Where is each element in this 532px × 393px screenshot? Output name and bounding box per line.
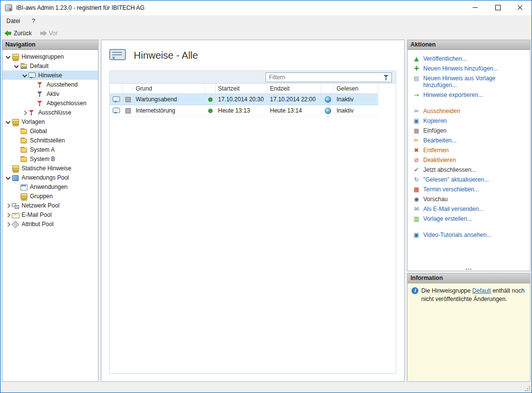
tree-item-hinweise[interactable]: Hinweise [2,70,98,80]
paste-icon: ▦ [412,127,420,134]
forward-button-label: Vor [49,30,58,37]
tree-item-schnittstellen[interactable]: Schnittstellen [2,136,98,145]
tree-item-gruppen[interactable]: Gruppen [2,191,98,201]
export-icon: → [412,92,420,98]
hinweise-listview: Grund Startzeit Endzeit Gelesen Wartungs… [109,70,396,374]
action-kopieren[interactable]: ▣Kopieren [409,116,530,126]
action-gelesen-aktualisieren[interactable]: ↻"Gelesen" aktualisieren... [409,175,530,185]
column-status[interactable] [205,84,216,93]
hinweis-bubble-icon [113,96,120,103]
group-folder-icon [20,63,27,69]
chevron-down-icon[interactable] [4,118,12,125]
tree-item-system-b[interactable]: System B [2,154,98,163]
action-label: Neuen Hinweis hinzufügen... [423,65,498,72]
layers-icon [12,165,19,172]
action-hinweise-exportieren[interactable]: →Hinweise exportieren... [409,90,530,100]
actions-more-indicator[interactable]: ... [408,265,530,270]
column-gelesen[interactable]: Gelesen [334,84,378,93]
action-ausschneiden[interactable]: ✂Ausschneiden [409,106,530,116]
expander-spacer [29,90,37,97]
column-state-icon[interactable] [122,84,133,93]
action-entfernen[interactable]: ✖Entfernen [409,145,530,155]
action-video-tutorials-ansehen[interactable]: ▣Video-Tutorials ansehen... [409,230,530,240]
column-endzeit[interactable]: Endzeit [267,84,321,93]
tree-item-vorlagen[interactable]: Vorlagen [2,117,98,126]
complete-now-icon: ✔ [412,166,420,173]
action-label: Ausschneiden [423,108,460,115]
action-label: Entfernen [423,147,449,154]
chevron-right-icon[interactable] [4,220,12,228]
navigation-header: Navigation [2,40,98,50]
tree-item-ausschlüsse[interactable]: Ausschlüsse [2,108,98,117]
add-hinweis-icon: ✚ [412,65,420,72]
action-neuen-hinweis-hinzufügen[interactable]: ✚Neuen Hinweis hinzufügen... [409,64,530,73]
window-controls [464,0,532,15]
action-deaktivieren[interactable]: ⊘Deaktivieren [409,155,530,165]
tree-item-e-mail-pool[interactable]: E-Mail Pool [2,210,98,219]
action-jetzt-abschliessen[interactable]: ✔Jetzt abschliessen... [409,165,530,175]
tree-item-label: Ausstehend [46,81,77,88]
filter-funnel-icon[interactable] [382,73,391,81]
chevron-right-icon[interactable] [21,109,28,116]
chevron-right-icon[interactable] [4,202,12,209]
deactivate-icon: ⊘ [412,157,420,163]
chevron-down-icon[interactable] [13,62,20,69]
chevron-right-icon[interactable] [4,211,12,218]
tree-item-statische-hinweise[interactable]: Statische Hinweise [2,163,98,173]
default-group-link[interactable]: Default [472,287,491,294]
maximize-button[interactable] [486,0,509,15]
tree-item-label: System B [29,156,55,162]
chevron-down-icon[interactable] [4,53,12,60]
back-button-label: Zurück [14,30,32,37]
close-button[interactable] [509,0,532,15]
cell-gelesen: Inaktiv [334,94,378,105]
chevron-down-icon[interactable] [4,174,12,181]
resize-grip[interactable] [524,385,531,392]
back-button[interactable]: Zurück [4,30,32,37]
expander-spacer [13,192,20,200]
tree-item-netzwerk-pool[interactable]: Netzwerk Pool [2,201,98,210]
filter-input[interactable] [266,74,382,81]
action-vorlage-erstellen[interactable]: ▥Vorlage erstellen... [409,214,530,224]
tree-item-anwendungen[interactable]: Anwendungen [2,182,98,191]
tree-item-aktiv[interactable]: Aktiv [2,89,98,98]
app-icon [5,4,12,11]
tree-item-anwendungs-pool[interactable]: Anwendungs Pool [2,173,98,182]
expander-spacer [13,146,20,153]
chevron-down-icon[interactable] [21,71,28,79]
action-neuen-hinweis-aus-vorlage-hinzufügen[interactable]: ▤Neuen Hinweis aus Vorlage hinzufügen... [409,73,530,90]
tree-item-label: Gruppen [29,193,53,200]
tree-item-system-a[interactable]: System A [2,145,98,154]
filter-band [110,71,396,84]
video-tutorials-icon: ▣ [412,231,420,238]
cell-grund: Internetstörung [133,105,205,116]
tree-item-hinweisgruppen[interactable]: Hinweisgruppen [2,52,98,61]
menu-help[interactable]: ? [32,18,35,24]
forward-button[interactable]: Vor [40,30,58,37]
funnel-dark-icon [37,91,44,97]
hinweise-icon [109,49,126,60]
menu-datei[interactable]: Datei [6,18,20,24]
action-vorschau[interactable]: ◉Vorschau [409,194,530,204]
action-einfügen[interactable]: ▦Einfügen [409,126,530,136]
action-bearbeiten[interactable]: ✏Bearbeiten... [409,136,530,145]
tree-item-default[interactable]: Default [2,61,98,70]
tree-item-abgeschlossen[interactable]: Abgeschlossen [2,98,98,108]
column-gelesen-icon[interactable] [321,84,334,93]
action-als-e-mail-versenden[interactable]: ✉Als E-Mail versenden... [409,204,530,214]
reschedule-icon: ▦ [412,186,420,193]
column-hinweis-icon[interactable] [110,84,122,93]
table-row-internetstörung[interactable]: InternetstörungHeute 13:13Heute 13:14Ina… [110,105,378,116]
tree-item-attribut-pool[interactable]: Attribut Pool [2,219,98,229]
minimize-button[interactable] [464,0,486,15]
column-grund[interactable]: Grund [133,84,205,93]
workspace: Navigation HinweisgruppenDefaultHinweise… [0,40,532,382]
tree-item-ausstehend[interactable]: Ausstehend [2,80,98,89]
action-termin-verschieben[interactable]: ▦Termin verschieben... [409,185,530,194]
tree-item-label: Hinweisgruppen [21,53,64,60]
table-row-wartungsabend[interactable]: Wartungsabend17.10.2014 20:3017.10.2014 … [110,94,378,105]
action-label: Kopieren [423,117,447,124]
tree-item-global[interactable]: Global [2,126,98,136]
action-veröffentlichen[interactable]: ▲Veröffentlichen... [409,54,530,64]
column-startzeit[interactable]: Startzeit [216,84,267,93]
